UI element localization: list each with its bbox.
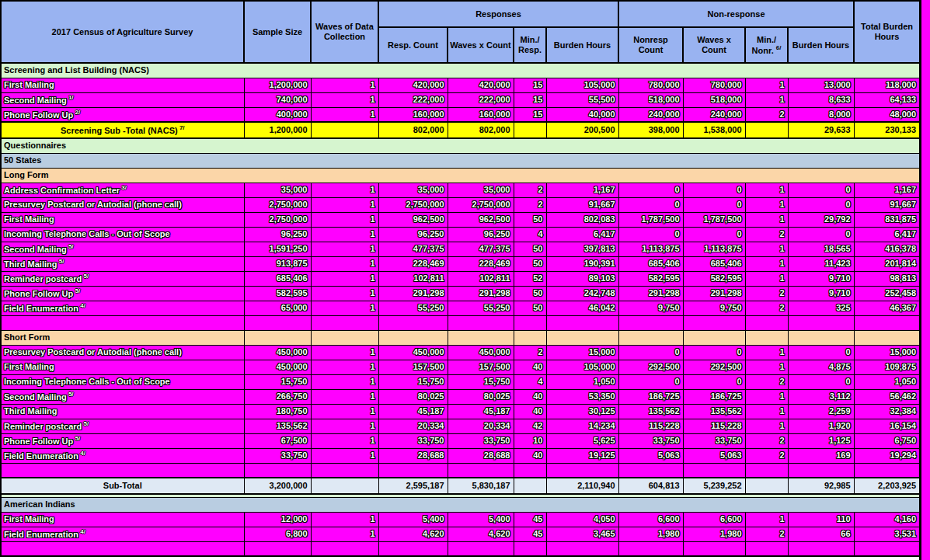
row-label-cell[interactable]: Second Mailing 1/ <box>1 92 244 107</box>
empty-cell[interactable] <box>788 315 854 330</box>
empty-cell[interactable] <box>378 330 448 345</box>
value-cell[interactable]: 186,725 <box>683 389 745 404</box>
header-title[interactable]: 2017 Census of Agriculture Survey <box>1 1 244 63</box>
value-cell[interactable]: 40 <box>514 404 546 419</box>
value-cell[interactable]: 0 <box>618 183 683 197</box>
value-cell[interactable]: 0 <box>683 374 745 389</box>
empty-cell[interactable] <box>1 315 244 330</box>
value-cell[interactable]: 50 <box>514 242 546 256</box>
empty-cell[interactable] <box>854 541 920 556</box>
value-cell[interactable]: 1 <box>311 419 378 433</box>
value-cell[interactable]: 16,154 <box>854 419 920 433</box>
value-cell[interactable]: 2,110,940 <box>546 478 618 494</box>
empty-cell[interactable] <box>618 330 683 345</box>
value-cell[interactable]: 6,750 <box>854 433 920 448</box>
empty-cell[interactable] <box>546 541 618 556</box>
empty-cell[interactable] <box>854 330 920 345</box>
value-cell[interactable]: 118,000 <box>854 78 920 92</box>
value-cell[interactable]: 477,375 <box>378 242 448 256</box>
value-cell[interactable]: 0 <box>683 197 745 212</box>
header-min-per-resp[interactable]: Min./ Resp. <box>514 27 546 63</box>
value-cell[interactable] <box>311 122 378 138</box>
value-cell[interactable]: 802,000 <box>378 122 448 138</box>
value-cell[interactable]: 115,228 <box>618 419 683 433</box>
value-cell[interactable]: 450,000 <box>244 345 311 360</box>
value-cell[interactable]: 180,750 <box>244 404 311 419</box>
value-cell[interactable]: 2 <box>745 448 788 463</box>
value-cell[interactable]: 15 <box>514 78 546 92</box>
value-cell[interactable]: 9,710 <box>788 271 854 286</box>
value-cell[interactable]: 325 <box>788 301 854 315</box>
empty-cell[interactable] <box>683 315 745 330</box>
value-cell[interactable]: 5,400 <box>448 512 514 527</box>
value-cell[interactable]: 6,600 <box>618 512 683 527</box>
value-cell[interactable]: 1,200,000 <box>244 122 311 138</box>
value-cell[interactable]: 518,000 <box>618 92 683 107</box>
value-cell[interactable]: 1 <box>311 242 378 256</box>
value-cell[interactable]: 67,500 <box>244 433 311 448</box>
empty-cell[interactable] <box>618 463 683 478</box>
value-cell[interactable]: 1,113,875 <box>618 242 683 256</box>
row-label-cell[interactable]: Reminder postcard 5/ <box>1 419 244 433</box>
value-cell[interactable]: 1 <box>311 389 378 404</box>
row-label-cell[interactable]: Address Confirmation Letter 3/ <box>1 183 244 197</box>
value-cell[interactable]: 1,591,250 <box>244 242 311 256</box>
value-cell[interactable]: 2 <box>745 374 788 389</box>
value-cell[interactable]: 15,750 <box>448 374 514 389</box>
value-cell[interactable]: 1 <box>311 448 378 463</box>
value-cell[interactable]: 33,750 <box>378 433 448 448</box>
value-cell[interactable]: 242,748 <box>546 286 618 301</box>
empty-cell[interactable] <box>378 463 448 478</box>
value-cell[interactable]: 3,531 <box>854 527 920 541</box>
value-cell[interactable]: 15,000 <box>854 345 920 360</box>
value-cell[interactable]: 13,000 <box>788 78 854 92</box>
value-cell[interactable]: 135,562 <box>683 404 745 419</box>
value-cell[interactable]: 157,500 <box>378 360 448 374</box>
value-cell[interactable]: 0 <box>788 197 854 212</box>
value-cell[interactable]: 1 <box>745 78 788 92</box>
value-cell[interactable]: 1 <box>311 212 378 227</box>
empty-cell[interactable] <box>448 463 514 478</box>
value-cell[interactable]: 160,000 <box>448 107 514 122</box>
value-cell[interactable]: 50 <box>514 301 546 315</box>
value-cell[interactable]: 169 <box>788 448 854 463</box>
value-cell[interactable]: 962,500 <box>378 212 448 227</box>
value-cell[interactable]: 450,000 <box>378 345 448 360</box>
value-cell[interactable]: 4 <box>514 227 546 242</box>
empty-cell[interactable] <box>448 315 514 330</box>
empty-cell[interactable] <box>244 541 311 556</box>
value-cell[interactable]: 29,633 <box>788 122 854 138</box>
value-cell[interactable]: 20,334 <box>448 419 514 433</box>
section-header-cell[interactable]: Screening and List Building (NACS) <box>1 63 920 78</box>
value-cell[interactable]: 15,750 <box>378 374 448 389</box>
value-cell[interactable]: 252,458 <box>854 286 920 301</box>
empty-cell[interactable] <box>378 315 448 330</box>
value-cell[interactable]: 1,050 <box>546 374 618 389</box>
value-cell[interactable]: 6,417 <box>854 227 920 242</box>
value-cell[interactable]: 1 <box>311 345 378 360</box>
value-cell[interactable]: 291,298 <box>378 286 448 301</box>
value-cell[interactable]: 831,875 <box>854 212 920 227</box>
value-cell[interactable]: 1,787,500 <box>683 212 745 227</box>
row-label-cell[interactable]: Reminder postcard 5/ <box>1 271 244 286</box>
empty-cell[interactable] <box>745 330 788 345</box>
section-header-cell[interactable]: Questionnaires <box>1 138 920 153</box>
header-responses-group[interactable]: Responses <box>378 1 618 27</box>
value-cell[interactable]: 19,294 <box>854 448 920 463</box>
value-cell[interactable]: 8,633 <box>788 92 854 107</box>
value-cell[interactable] <box>745 122 788 138</box>
empty-cell[interactable] <box>854 463 920 478</box>
value-cell[interactable]: 1 <box>311 183 378 197</box>
value-cell[interactable]: 780,000 <box>618 78 683 92</box>
value-cell[interactable]: 4 <box>514 374 546 389</box>
row-label-cell[interactable]: Presurvey Postcard or Autodial (phone ca… <box>1 345 244 360</box>
value-cell[interactable]: 42 <box>514 419 546 433</box>
value-cell[interactable]: 4,050 <box>546 512 618 527</box>
empty-cell[interactable] <box>514 463 546 478</box>
value-cell[interactable]: 89,103 <box>546 271 618 286</box>
value-cell[interactable]: 1 <box>311 286 378 301</box>
value-cell[interactable]: 420,000 <box>448 78 514 92</box>
value-cell[interactable]: 0 <box>788 227 854 242</box>
sheet-background-strip[interactable] <box>919 0 930 560</box>
empty-cell[interactable] <box>448 330 514 345</box>
